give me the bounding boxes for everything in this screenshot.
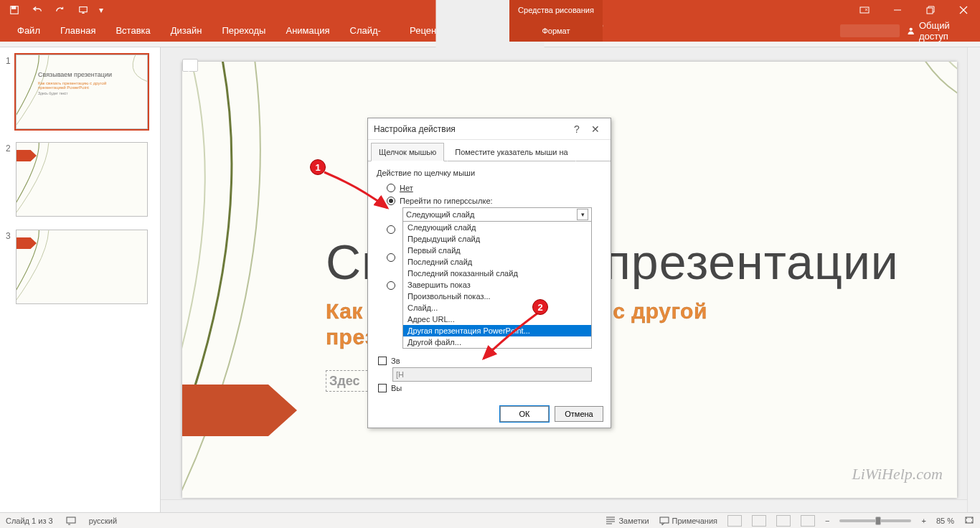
tab-animations[interactable]: Анимация (275, 20, 339, 42)
minimize-button[interactable] (881, 0, 914, 20)
notes-button[interactable]: Заметки (606, 517, 649, 525)
zoom-slider[interactable] (839, 519, 911, 522)
dialog-title: Настройка действия (374, 124, 567, 134)
account-placeholder[interactable] (840, 24, 899, 37)
dialog-buttons: ОК Отмена (368, 400, 611, 428)
horizontal-scrollbar[interactable] (161, 499, 967, 512)
option-first-slide[interactable]: Первый слайд (403, 245, 591, 256)
fit-to-window-button[interactable] (964, 516, 974, 526)
radio-none[interactable]: Нет (377, 182, 602, 194)
tab-mouse-click[interactable]: Щелчок мышью (371, 143, 444, 161)
tab-home[interactable]: Главная (50, 20, 105, 42)
sound-browse-button[interactable]: [Н (392, 367, 592, 382)
tab-mouse-over[interactable]: Поместите указатель мыши на (447, 143, 576, 161)
option-custom-show[interactable]: Произвольный показ... (403, 291, 591, 302)
zoom-in-button[interactable]: + (921, 517, 925, 525)
annotation-badge-2: 2 (532, 299, 548, 315)
svg-rect-3 (860, 7, 869, 13)
comments-button[interactable]: Примечания (659, 517, 718, 525)
svg-point-9 (909, 28, 912, 31)
chevron-down-icon[interactable]: ▾ (577, 209, 588, 220)
redo-button[interactable] (50, 1, 70, 19)
slideshow-view-button[interactable] (801, 515, 815, 527)
spellcheck-icon[interactable] (66, 517, 76, 525)
checkbox-highlight[interactable]: Вы (377, 382, 602, 395)
watermark: LiWiHelp.com (852, 465, 943, 484)
tab-file[interactable]: Файл (7, 20, 50, 42)
tab-insert[interactable]: Вставка (105, 20, 160, 42)
option-next-slide[interactable]: Следующий слайд (403, 222, 591, 233)
radio-hyperlink[interactable]: Перейти по гиперссылке: (377, 194, 602, 207)
drawing-tools-context-tab: Средства рисования Формат (509, 0, 603, 42)
option-end-show[interactable]: Завершить показ (403, 279, 591, 291)
cancel-button[interactable]: Отмена (555, 406, 603, 422)
normal-view-button[interactable] (727, 515, 742, 527)
slide-thumbnails-panel[interactable]: 1 Связываем презентации Как связать през… (0, 47, 161, 512)
thumbnail-3[interactable]: 3 (6, 230, 154, 304)
share-label: Общий доступ (919, 20, 970, 42)
quick-access-toolbar: ▾ (0, 1, 110, 19)
action-settings-dialog: Настройка действия ? ✕ Щелчок мышью Поме… (367, 118, 611, 428)
tab-transitions[interactable]: Переходы (212, 20, 275, 42)
sorter-view-button[interactable] (752, 515, 766, 527)
svg-rect-1 (12, 6, 16, 9)
language-indicator[interactable]: русский (89, 517, 117, 525)
thumb-number: 1 (6, 56, 16, 129)
zoom-out-button[interactable]: − (825, 517, 829, 525)
option-last-viewed[interactable]: Последний показанный слайд (403, 268, 591, 279)
tab-format[interactable]: Формат (542, 20, 570, 42)
maximize-button[interactable] (914, 0, 947, 20)
close-icon[interactable]: ✕ (586, 123, 605, 135)
status-bar: Слайд 1 из 3 русский Заметки Примечания … (0, 512, 980, 528)
ok-button[interactable]: ОК (500, 406, 549, 422)
annotation-arrow-1 (319, 166, 397, 217)
decor-curves-right (814, 62, 957, 205)
slide-counter[interactable]: Слайд 1 из 3 (6, 517, 53, 525)
radio-run-macro[interactable] (377, 251, 395, 264)
svg-rect-5 (927, 8, 933, 14)
annotation-badge-1: 1 (310, 159, 326, 175)
dialog-tabs: Щелчок мышью Поместите указатель мыши на (368, 140, 611, 161)
reading-view-button[interactable] (776, 515, 791, 527)
share-button[interactable]: Общий доступ (907, 20, 980, 42)
tab-design[interactable]: Дизайн (161, 20, 212, 42)
thumbnail-1[interactable]: 1 Связываем презентации Как связать през… (6, 55, 154, 129)
thumb-number: 3 (6, 231, 16, 304)
slideshow-from-start-button[interactable] (73, 1, 93, 19)
thumb-number: 2 (6, 143, 16, 217)
group-label: Действие по щелчку мыши (377, 169, 602, 177)
comment-icon[interactable] (182, 59, 198, 72)
drawing-tools-label: Средства рисования (518, 0, 594, 20)
title-bar: ▾ Легкий дым - PowerPoint (Сбой активаци… (0, 0, 980, 20)
tab-slideshow[interactable]: Слайд-шоу (340, 20, 400, 42)
hyperlink-combo[interactable]: Следующий слайд ▾ (402, 207, 592, 222)
zoom-level[interactable]: 85 % (936, 517, 954, 525)
help-button[interactable]: ? (567, 123, 586, 135)
svg-rect-11 (660, 517, 669, 523)
window-controls (848, 0, 980, 20)
qat-customize-button[interactable]: ▾ (96, 1, 106, 19)
option-last-slide[interactable]: Последний слайд (403, 256, 591, 268)
svg-rect-10 (67, 517, 75, 523)
svg-rect-2 (80, 7, 88, 12)
dialog-titlebar[interactable]: Настройка действия ? ✕ (368, 118, 611, 140)
save-button[interactable] (4, 1, 24, 19)
ribbon-display-button[interactable] (848, 0, 881, 20)
annotation-arrow-2 (476, 308, 555, 366)
vertical-scrollbar[interactable] (967, 47, 980, 512)
option-prev-slide[interactable]: Предыдущий слайд (403, 233, 591, 245)
radio-run-program[interactable] (377, 223, 395, 236)
thumbnail-2[interactable]: 2 (6, 142, 154, 217)
radio-object-action[interactable] (377, 279, 395, 292)
close-button[interactable] (947, 0, 980, 20)
undo-button[interactable] (27, 1, 47, 19)
